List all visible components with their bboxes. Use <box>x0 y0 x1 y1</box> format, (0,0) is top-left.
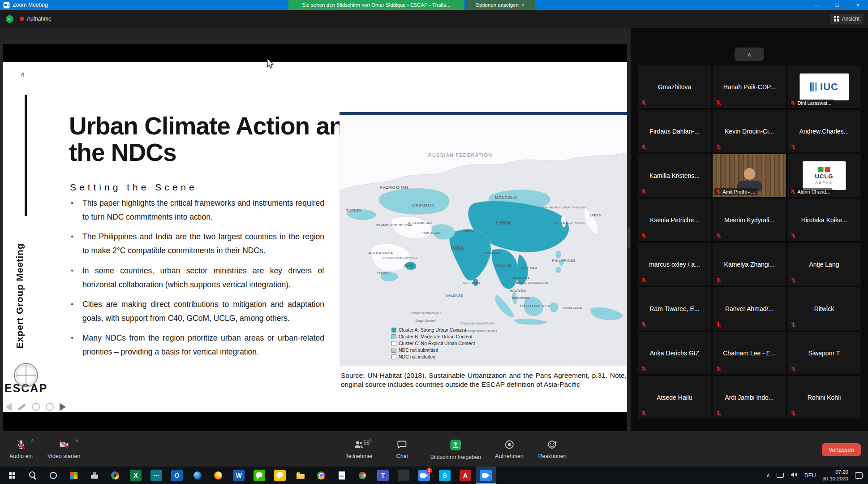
participant-tile[interactable]: Chatnam Lee - E... <box>713 332 786 374</box>
paint-icon[interactable] <box>105 467 125 484</box>
photos-icon[interactable] <box>352 467 373 484</box>
panel-splitter[interactable] <box>627 44 630 431</box>
iuc-logo: IUC <box>799 73 849 100</box>
zoom-meeting-window-icon[interactable] <box>476 467 496 484</box>
cortana-icon[interactable] <box>43 467 64 484</box>
slideshow-controls <box>5 403 66 411</box>
search-icon[interactable] <box>22 467 43 484</box>
volume-icon[interactable] <box>791 471 798 479</box>
map-country-label: INDIA <box>451 245 464 250</box>
audio-button[interactable]: Audio ein ∧ <box>6 439 36 459</box>
system-tray-device-icon[interactable] <box>777 473 784 478</box>
participant-tile[interactable]: Ksenia Petriche... <box>638 199 711 241</box>
chat-app-icon[interactable] <box>270 467 290 484</box>
participant-tile[interactable]: Kamelya Zhangi... <box>713 243 786 285</box>
participant-tile[interactable]: Kevin Drouin-Ci... <box>713 110 786 152</box>
word-icon[interactable]: W <box>228 467 249 484</box>
muted-mic-icon <box>641 99 647 106</box>
pen-tool-icon[interactable] <box>17 403 26 411</box>
participant-tile[interactable]: Antje Lang <box>788 243 861 285</box>
window-controls: — □ × <box>806 0 868 10</box>
muted-mic-icon <box>716 233 722 239</box>
participant-tile[interactable]: Rohini Kohli <box>788 376 861 419</box>
skype-icon[interactable]: S <box>434 467 455 484</box>
legend-swatch <box>391 328 396 333</box>
start-icon[interactable] <box>2 467 22 484</box>
map-country-label: SAUDI ARABIA <box>366 251 393 255</box>
chrome-icon[interactable] <box>311 467 331 484</box>
map-source-caption: Source: UN-Habitat (2018). Sustainable U… <box>341 371 627 389</box>
security-shield-icon[interactable]: ✓ <box>6 15 13 23</box>
outlook-icon[interactable]: O <box>167 467 187 484</box>
participant-tile[interactable]: IUCDini Laraswat... <box>788 65 861 108</box>
wechat-icon[interactable] <box>249 467 270 484</box>
notepad-icon[interactable] <box>331 467 352 484</box>
printer-icon[interactable] <box>84 467 105 484</box>
participant-tile[interactable]: UCLGASPACAldrin Chand... <box>788 154 861 197</box>
participant-tile[interactable]: Firdaus Dahlan-... <box>638 110 711 152</box>
participant-tile[interactable]: Kamilla Kristens... <box>638 154 711 197</box>
participants-button[interactable]: Teilnehmer 56 ∧ <box>344 439 374 460</box>
firefox-icon[interactable] <box>208 467 228 484</box>
edge-icon[interactable] <box>187 467 208 484</box>
next-slide-icon[interactable] <box>60 403 66 411</box>
splitter-handle-icon[interactable] <box>627 227 630 248</box>
map-country-label: JAPAN <box>589 213 602 217</box>
share-screen-button[interactable]: Bildschirm freigeben <box>430 439 481 460</box>
participant-tile[interactable]: Meerim Kydyrali... <box>713 199 786 241</box>
tray-chevron-icon[interactable]: ∧ <box>766 472 770 478</box>
prev-slide-icon[interactable] <box>5 403 12 411</box>
map-country-label: MONGOLIA <box>495 195 518 200</box>
zoom-toolbar: Audio ein ∧ Video starten ∧ Teilnehmer 5… <box>0 436 868 467</box>
app-dark-icon[interactable] <box>393 467 414 484</box>
participant-tile[interactable]: Ritwick <box>788 287 861 330</box>
participant-tile[interactable]: Ram Tiwaree, E... <box>638 287 711 330</box>
muted-mic-icon <box>641 188 647 194</box>
acrobat-icon[interactable]: A <box>455 467 476 484</box>
participant-name: Ksenia Petriche... <box>647 216 702 224</box>
nav-menu-icon[interactable] <box>32 403 40 411</box>
office-icon[interactable] <box>64 467 84 484</box>
participant-tile[interactable]: Hanah Paik-CDP... <box>713 65 786 108</box>
excel-icon[interactable]: X <box>125 467 146 484</box>
options-button[interactable]: Optionen anzeigen ∨ <box>465 0 535 10</box>
chat-button[interactable]: Chat <box>387 439 417 460</box>
chevron-up-icon[interactable]: ∧ <box>369 438 372 443</box>
close-button[interactable]: × <box>847 0 868 10</box>
leave-button[interactable]: Verlassen <box>822 443 861 456</box>
participant-name: Amit Prothi - ... <box>723 189 756 194</box>
participant-tile[interactable]: Siwaporn T <box>788 332 861 374</box>
participant-tile[interactable]: Atsede Hailu <box>638 376 711 419</box>
video-button[interactable]: Video starten ∧ <box>47 439 80 459</box>
participant-tile[interactable]: Ardi Jambi Indo... <box>713 376 786 419</box>
zoom-icon[interactable]: 2 <box>414 467 434 484</box>
participant-name: Aldrin Chand... <box>798 189 830 194</box>
muted-mic-icon <box>791 233 797 239</box>
language-indicator[interactable]: DEU <box>804 472 816 479</box>
teams-icon[interactable]: T <box>373 467 393 484</box>
participant-tile[interactable]: Andrew.Charles... <box>788 110 861 152</box>
participant-tile[interactable]: marcus oxley / a... <box>638 243 711 285</box>
app-dots-icon[interactable]: ··· <box>146 467 167 484</box>
options-label: Optionen anzeigen <box>475 2 519 8</box>
participant-tile[interactable]: Hirotaka Koike... <box>788 199 861 241</box>
participant-tile[interactable]: Amit Prothi - ... <box>713 154 786 197</box>
participant-tile[interactable]: Gmazhitova <box>638 65 711 108</box>
participant-name: Ritwick <box>812 305 837 312</box>
maximize-button[interactable]: □ <box>827 0 847 10</box>
decorative-line <box>25 95 27 216</box>
action-center-icon[interactable] <box>855 472 863 479</box>
chevron-up-icon[interactable]: ∧ <box>31 438 34 443</box>
chevron-up-icon[interactable]: ∧ <box>75 438 78 443</box>
nav-options-icon[interactable] <box>46 403 54 411</box>
taskbar-clock[interactable]: 07:20 30.10.2020 <box>822 469 848 482</box>
collapse-panel-button[interactable]: ∧ <box>735 48 764 61</box>
participant-tile[interactable]: Anka Derichs GIZ <box>638 332 711 374</box>
muted-mic-icon <box>16 439 26 451</box>
record-button[interactable]: Aufnehmen <box>494 439 524 460</box>
file-explorer-icon[interactable] <box>290 467 311 484</box>
reactions-button[interactable]: Reaktionen <box>537 439 567 460</box>
view-button[interactable]: Ansicht <box>830 14 864 24</box>
minimize-button[interactable]: — <box>806 0 827 10</box>
participant-tile[interactable]: Ranver Ahmad/... <box>713 287 786 330</box>
